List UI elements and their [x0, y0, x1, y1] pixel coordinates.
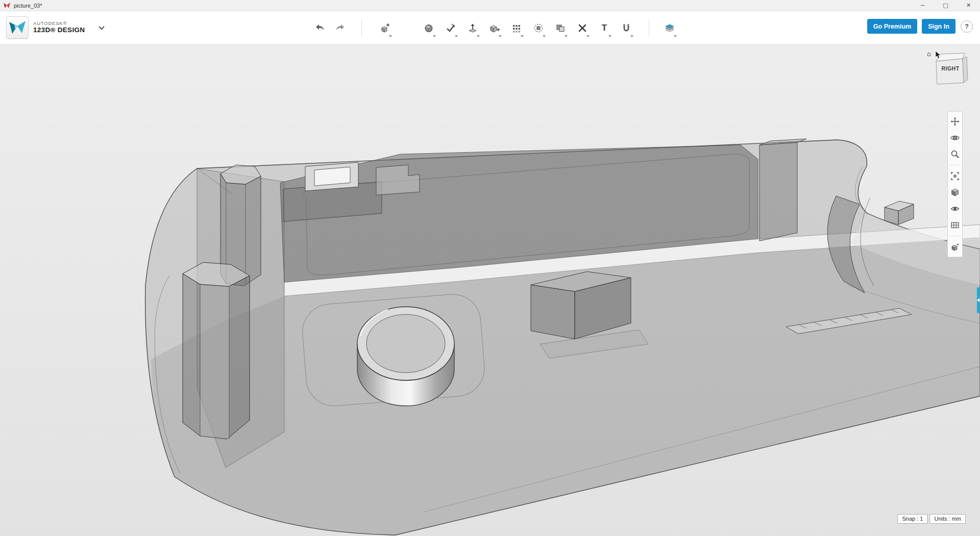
transform-icon	[379, 22, 390, 34]
window-title: picture_03*	[14, 3, 42, 9]
chevron-down-icon[interactable]	[98, 26, 105, 30]
main-toolbar: T	[311, 18, 678, 38]
tool-text[interactable]: T	[596, 18, 613, 38]
fit-view-icon	[950, 172, 960, 181]
render-material-button[interactable]	[948, 239, 962, 255]
parts-library-tab[interactable]	[977, 287, 980, 313]
shaded-view-icon	[950, 188, 960, 197]
window-controls: ─ □ ✕	[911, 0, 980, 11]
tool-grouping[interactable]	[530, 18, 547, 38]
help-button[interactable]: ?	[961, 20, 973, 33]
model-canvas[interactable]	[0, 45, 980, 536]
render-material-icon	[950, 242, 960, 252]
orbit-button[interactable]	[948, 130, 962, 146]
tool-sketch[interactable]	[442, 18, 459, 38]
nav-toolbar	[947, 111, 963, 257]
grid-icon	[950, 221, 960, 230]
pattern-icon	[511, 22, 522, 34]
modify-icon	[489, 22, 500, 34]
sign-in-button[interactable]: Sign In	[922, 19, 955, 34]
go-premium-button[interactable]: Go Premium	[867, 19, 917, 34]
nav-toolbar-divider	[950, 165, 960, 165]
units-setting[interactable]: Units : mm	[929, 514, 966, 524]
sketch-icon	[445, 22, 456, 34]
dropdown-caret	[455, 35, 458, 37]
tool-transform[interactable]	[376, 18, 394, 38]
measure-icon	[577, 22, 588, 34]
app-header: AUTODESK® 123D® DESIGN	[0, 11, 980, 45]
material-icon	[664, 22, 675, 34]
tool-measure[interactable]	[574, 18, 591, 38]
eye-icon	[950, 204, 960, 213]
viewcube-home-icon[interactable]: ⌂	[927, 50, 931, 58]
mouse-cursor	[935, 51, 941, 59]
viewcube-face-label[interactable]: RIGHT	[938, 65, 963, 71]
app-logo[interactable]	[6, 16, 29, 39]
hex-post-lower[interactable]	[183, 262, 250, 439]
middle-block[interactable]	[531, 272, 648, 358]
text-tool-icon: T	[602, 23, 607, 33]
tool-modify[interactable]	[486, 18, 503, 38]
dropdown-caret	[674, 35, 677, 37]
case-shell[interactable]	[145, 140, 980, 535]
tool-pattern[interactable]	[508, 18, 525, 38]
tool-material[interactable]	[661, 18, 678, 38]
dropdown-caret	[608, 35, 611, 37]
fit-view-button[interactable]	[948, 168, 962, 184]
header-actions: Go Premium Sign In ?	[867, 19, 973, 34]
dropdown-caret	[433, 35, 436, 37]
brand: AUTODESK® 123D® DESIGN	[6, 16, 105, 39]
minimize-button[interactable]: ─	[911, 0, 934, 11]
statusbar: Snap : 1 Units : mm	[895, 514, 966, 524]
show-hide-button[interactable]	[948, 201, 962, 217]
viewcube-icon[interactable]	[927, 50, 971, 93]
zoom-icon	[950, 150, 960, 159]
123d-logo-icon	[8, 20, 27, 35]
3d-viewport[interactable]: ⌂ RIGHT	[0, 45, 980, 536]
app-icon	[4, 2, 10, 9]
dropdown-caret	[630, 35, 633, 37]
combine-icon	[555, 22, 566, 34]
toolbar-separator	[361, 19, 362, 37]
orbit-icon	[950, 133, 960, 142]
pan-button[interactable]	[948, 113, 962, 130]
shaded-view-button[interactable]	[948, 184, 962, 201]
dropdown-caret	[477, 35, 480, 37]
dropdown-caret	[565, 35, 568, 37]
brand-line2: 123D® DESIGN	[33, 27, 85, 34]
chevron-left-icon	[977, 298, 979, 302]
toolbar-separator	[649, 19, 649, 37]
dropdown-caret	[543, 35, 546, 37]
titlebar: picture_03* ─ □ ✕	[0, 0, 980, 11]
viewcube[interactable]: ⌂ RIGHT	[927, 50, 971, 93]
dropdown-caret	[389, 35, 392, 37]
maximize-button[interactable]: □	[934, 0, 957, 11]
construct-icon	[467, 22, 478, 34]
redo-icon	[335, 22, 346, 34]
small-right-box[interactable]	[885, 201, 914, 225]
primitives-icon	[423, 22, 434, 34]
zoom-button[interactable]	[948, 146, 962, 162]
undo-button[interactable]	[311, 18, 328, 38]
nav-toolbar-divider	[950, 236, 960, 236]
tool-construct[interactable]	[464, 18, 481, 38]
dropdown-caret	[586, 35, 590, 37]
brand-text: AUTODESK® 123D® DESIGN	[33, 21, 85, 34]
tool-combine[interactable]	[552, 18, 569, 38]
dropdown-caret	[499, 35, 502, 37]
tool-snap[interactable]	[618, 18, 635, 38]
pan-icon	[950, 117, 960, 126]
snap-setting[interactable]: Snap : 1	[897, 514, 927, 524]
undo-icon	[314, 22, 325, 34]
grid-view-button[interactable]	[948, 217, 962, 233]
redo-button[interactable]	[332, 18, 349, 38]
grouping-icon	[533, 22, 544, 34]
close-button[interactable]: ✕	[957, 0, 980, 11]
dropdown-caret	[521, 35, 524, 37]
tool-primitives[interactable]	[420, 18, 437, 38]
snap-magnet-icon	[621, 22, 632, 34]
